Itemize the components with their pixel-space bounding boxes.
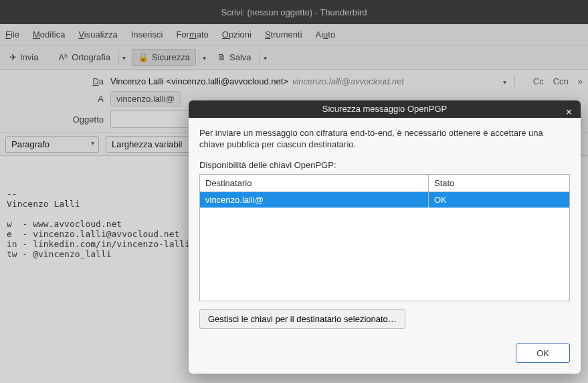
- to-recipient-pill[interactable]: vincenzo.lalli@: [110, 91, 181, 106]
- ccn-button[interactable]: Ccn: [553, 76, 569, 86]
- window-title: Scrivi: (nessun oggetto) - Thunderbird: [221, 7, 367, 17]
- dialog-availability-label: Disponibilità delle chiavi OpenPGP:: [199, 160, 570, 170]
- cell-recipient: vincenzo.lalli@: [200, 192, 429, 208]
- from-identity-email: vincenzo.lalli@avvocloud.net: [292, 76, 404, 86]
- more-recipients-button[interactable]: »: [578, 76, 581, 86]
- menu-aiuto[interactable]: Aiuto: [316, 29, 336, 40]
- openpgp-security-dialog: Sicurezza messaggio OpenPGP ✕ Per inviar…: [189, 100, 581, 374]
- from-label: Da: [7, 76, 110, 86]
- dialog-titlebar: Sicurezza messaggio OpenPGP ✕: [189, 100, 581, 118]
- from-identity[interactable]: Vincenzo Lalli <vincenzo.lalli@avvocloud…: [110, 76, 288, 86]
- security-dropdown[interactable]: [199, 50, 209, 64]
- to-label: A: [7, 94, 110, 104]
- column-status[interactable]: Stato: [429, 175, 569, 192]
- ok-button[interactable]: OK: [516, 343, 570, 363]
- subject-label: Oggetto: [7, 114, 110, 125]
- manage-keys-button[interactable]: Gestisci le chiavi per il destinatario s…: [199, 309, 405, 329]
- column-recipient[interactable]: Destinatario: [200, 175, 429, 192]
- menu-formato[interactable]: Formato: [176, 29, 208, 40]
- key-availability-table: Destinatario Stato vincenzo.lalli@ OK: [199, 174, 570, 301]
- cc-button[interactable]: Cc: [533, 76, 544, 86]
- font-width-value: Larghezza variabil: [112, 139, 183, 149]
- menu-inserisci[interactable]: Inserisci: [131, 29, 163, 40]
- table-header: Destinatario Stato: [200, 175, 569, 192]
- send-button[interactable]: ✈ Invia: [4, 50, 43, 65]
- menubar: File Modifica Visualizza Inserisci Forma…: [0, 24, 588, 46]
- close-icon: ✕: [565, 107, 573, 117]
- cell-status: OK: [429, 192, 569, 208]
- save-label: Salva: [229, 52, 252, 62]
- menu-strumenti[interactable]: Strumenti: [265, 29, 302, 40]
- dialog-close-button[interactable]: ✕: [565, 106, 573, 118]
- window-titlebar: Scrivi: (nessun oggetto) - Thunderbird: [0, 0, 588, 24]
- menu-opzioni[interactable]: Opzioni: [222, 29, 252, 40]
- security-button[interactable]: 🔒 Sicurezza: [132, 49, 196, 66]
- table-row[interactable]: vincenzo.lalli@ OK: [200, 192, 569, 208]
- spelling-button[interactable]: Aᵇ Ortografia: [53, 50, 115, 65]
- save-icon: 🗎: [217, 52, 226, 62]
- dialog-title: Sicurezza messaggio OpenPGP: [322, 104, 447, 114]
- menu-visualizza[interactable]: Visualizza: [78, 29, 117, 40]
- paragraph-style-value: Paragrafo: [11, 139, 50, 149]
- lock-icon: 🔒: [138, 52, 149, 62]
- send-label: Invia: [20, 52, 38, 62]
- spelling-label: Ortografia: [72, 52, 110, 62]
- from-identity-dropdown[interactable]: [500, 76, 509, 86]
- send-icon: ✈: [9, 52, 17, 62]
- save-dropdown[interactable]: [260, 50, 270, 64]
- save-button[interactable]: 🗎 Salva: [212, 50, 257, 65]
- menu-file[interactable]: File: [5, 29, 19, 40]
- dialog-message: Per inviare un messaggio con cifratura e…: [199, 127, 570, 151]
- font-width-select[interactable]: Larghezza variabil: [106, 136, 198, 153]
- spellcheck-icon: Aᵇ: [58, 52, 68, 62]
- compose-toolbar: ✈ Invia Aᵇ Ortografia 🔒 Sicurezza 🗎 Salv…: [0, 46, 588, 70]
- security-label: Sicurezza: [152, 52, 190, 62]
- menu-modifica[interactable]: Modifica: [33, 29, 65, 40]
- spelling-dropdown[interactable]: [118, 50, 129, 64]
- paragraph-style-select[interactable]: Paragrafo: [5, 136, 99, 153]
